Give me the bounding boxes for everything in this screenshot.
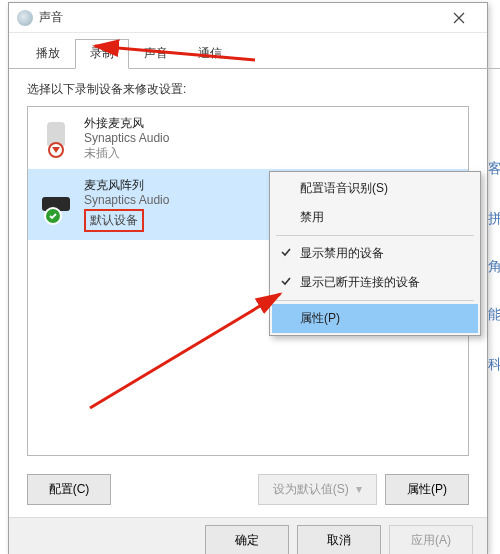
ctx-separator: [276, 300, 474, 301]
side-fragment: 科: [488, 356, 500, 374]
configure-button[interactable]: 配置(C): [27, 474, 111, 505]
sound-dialog: 声音 播放 录制 声音 通信 选择以下录制设备来修改设置: 外接麦克风 Syna…: [8, 2, 488, 554]
ctx-config-speech[interactable]: 配置语音识别(S): [272, 174, 478, 203]
tab-playback[interactable]: 播放: [21, 39, 75, 69]
chevron-down-icon: ▾: [356, 482, 362, 496]
side-fragment: 客: [488, 160, 500, 178]
ctx-disable[interactable]: 禁用: [272, 203, 478, 232]
context-menu: 配置语音识别(S) 禁用 显示禁用的设备 显示已断开连接的设备 属性(P): [269, 171, 481, 336]
lower-button-row: 配置(C) 设为默认值(S) ▾ 属性(P): [27, 474, 469, 505]
default-check-icon: [44, 207, 62, 225]
instruction-text: 选择以下录制设备来修改设置:: [27, 81, 469, 98]
titlebar: 声音: [9, 3, 487, 33]
ctx-show-disconnected[interactable]: 显示已断开连接的设备: [272, 268, 478, 297]
ok-button[interactable]: 确定: [205, 525, 289, 554]
external-mic-icon: [38, 120, 74, 156]
ctx-properties[interactable]: 属性(P): [272, 304, 478, 333]
dialog-button-bar: 确定 取消 应用(A): [9, 517, 487, 554]
device-name: 外接麦克风: [84, 115, 458, 131]
properties-button[interactable]: 属性(P): [385, 474, 469, 505]
tab-communications[interactable]: 通信: [183, 39, 237, 69]
close-button[interactable]: [439, 4, 479, 32]
ctx-show-disabled[interactable]: 显示禁用的设备: [272, 239, 478, 268]
tab-bar: 播放 录制 声音 通信: [21, 39, 487, 69]
cancel-button[interactable]: 取消: [297, 525, 381, 554]
sound-app-icon: [17, 10, 33, 26]
ctx-separator: [276, 235, 474, 236]
tab-sounds[interactable]: 声音: [129, 39, 183, 69]
unplugged-badge-icon: [48, 142, 64, 158]
window-title: 声音: [39, 9, 439, 26]
device-status: 未插入: [84, 146, 458, 161]
check-icon: [280, 246, 292, 258]
mic-array-icon: [38, 187, 74, 223]
apply-button[interactable]: 应用(A): [389, 525, 473, 554]
check-icon: [280, 275, 292, 287]
side-fragment: 拼: [488, 210, 500, 228]
device-row-external-mic[interactable]: 外接麦克风 Synaptics Audio 未插入: [28, 107, 468, 169]
device-driver: Synaptics Audio: [84, 131, 458, 146]
set-default-button[interactable]: 设为默认值(S) ▾: [258, 474, 377, 505]
side-fragment: 角: [488, 258, 500, 276]
side-fragment: 能: [488, 306, 500, 324]
device-default-label: 默认设备: [84, 209, 144, 232]
tab-recording[interactable]: 录制: [75, 39, 129, 69]
